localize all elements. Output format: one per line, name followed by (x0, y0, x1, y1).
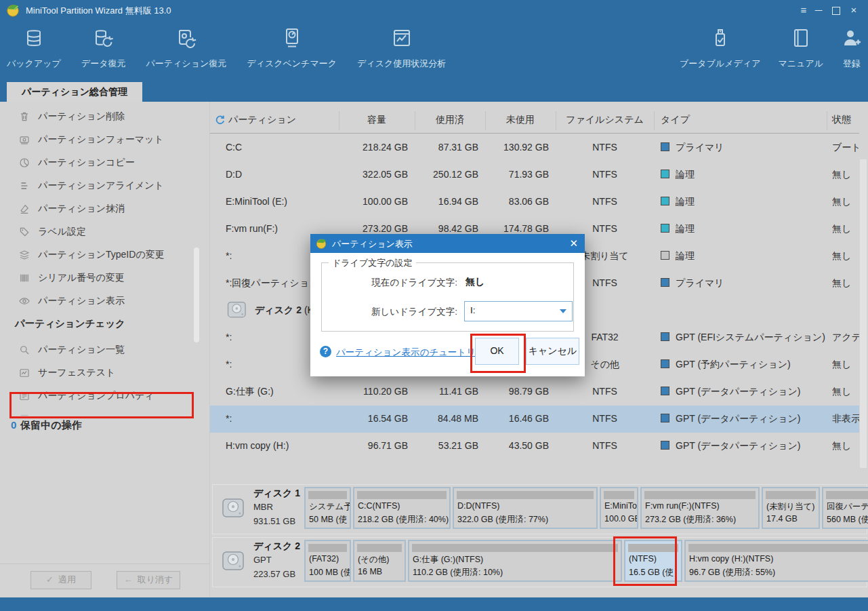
cell-type: GPT (データパーティション) (661, 440, 830, 452)
toolbar-item-label: 登録 (843, 58, 861, 70)
toolbar-item-data-recovery[interactable]: データ復元 (81, 27, 126, 70)
toolbar-item-partition-recovery[interactable]: パーティション復元 (146, 27, 226, 70)
drive-letter-select[interactable]: I: (464, 301, 573, 321)
cell-type: 論理 (661, 169, 830, 181)
table-row[interactable]: G:仕事 (G:)110.20 GB11.41 GB98.79 GBNTFSGP… (210, 378, 859, 406)
table-scrollbar[interactable] (860, 159, 867, 468)
col-header-status[interactable]: 状態 (832, 114, 851, 126)
partition-block[interactable]: D:D(NTFS)322.0 GB (使用済: 77%) (453, 487, 598, 529)
sidebar-item[interactable]: パーティションアライメント (0, 174, 195, 197)
col-header-capacity[interactable]: 容量 (339, 114, 415, 126)
undo-button[interactable]: ←取り消す (117, 571, 180, 589)
sidebar-item-label: パーティション削除 (38, 111, 125, 123)
cell-status: アクティブ (832, 332, 859, 344)
cell-unused: 83.06 GB (485, 196, 549, 207)
partition-block[interactable]: システム予約50 MB (使 (304, 487, 351, 529)
cell-status: 無し (832, 440, 859, 452)
partition-block[interactable]: (FAT32)100 MB (使 (304, 540, 351, 582)
pending-operations-label: 0保留中の操作 (11, 419, 82, 432)
table-row[interactable]: *:16.54 GB84.48 MB16.46 GBNTFSGPT (データパー… (210, 406, 859, 433)
type-color-square (661, 251, 669, 260)
tab-partition-management[interactable]: パーティション総合管理 (7, 82, 142, 102)
cell-type: GPT (EFIシステムパーティション) (661, 332, 830, 344)
partition-block-name: C:C(NTFS) (358, 501, 400, 511)
partition-block[interactable]: 回復パーティション560 MB (使 (822, 487, 868, 529)
help-icon[interactable]: ? (320, 346, 331, 357)
table-row[interactable]: H:vm copy (H:)96.71 GB53.21 GB43.50 GBNT… (210, 433, 859, 460)
register-icon (841, 27, 863, 52)
current-letter-value: 無し (466, 276, 484, 288)
partition-block-info: 50 MB (使 (309, 514, 347, 526)
sidebar-item[interactable]: パーティションTypeIDの変更 (0, 243, 195, 267)
disk-label: ディスク 2GPT223.57 GB (215, 539, 304, 584)
cell-filesystem: NTFS (556, 223, 654, 234)
sidebar-item-label: パーティションコピー (38, 157, 135, 169)
toolbar-item-space-analyzer[interactable]: ディスク使用状況分析 (357, 27, 446, 70)
type-color-square (661, 414, 669, 422)
type-color-square (661, 170, 669, 178)
table-row[interactable]: C:C218.24 GB87.31 GB130.92 GBNTFSプライマリブー… (210, 134, 859, 161)
sidebar-item[interactable]: パーティション削除 (0, 105, 195, 128)
sidebar-item[interactable]: パーティション一覧 (0, 338, 195, 361)
cell-filesystem: NTFS (556, 196, 654, 207)
col-header-partition[interactable]: パーティション (228, 114, 296, 126)
sidebar-item[interactable]: シリアル番号の変更 (0, 267, 195, 290)
partition-block[interactable]: (その他)16 MB (353, 540, 406, 582)
eye-icon (18, 295, 30, 307)
col-header-used[interactable]: 使用済 (415, 114, 485, 126)
cell-status: 無し (832, 223, 859, 235)
cell-capacity: 96.71 GB (339, 440, 408, 451)
partition-block[interactable]: C:C(NTFS)218.2 GB (使用済: 40%) (353, 487, 451, 529)
group-title: ドライブ文字の設定 (329, 257, 416, 269)
sidebar-item[interactable]: パーティション表示 (0, 290, 195, 313)
cell-capacity: 322.05 GB (339, 169, 408, 180)
cell-unused: 43.50 GB (485, 440, 549, 451)
cell-used: 53.21 GB (415, 440, 478, 451)
toolbar-item-disk-benchmark[interactable]: ディスクベンチマーク (247, 27, 337, 70)
bootable-media-icon (709, 27, 731, 52)
dialog-close-icon[interactable]: ✕ (569, 237, 578, 250)
sidebar-item[interactable]: パーティション抹消 (0, 197, 195, 220)
diskmap-disk2: ディスク 2GPT223.57 GB(FAT32)100 MB (使(その他)1… (212, 537, 867, 587)
disk-drive-icon (226, 300, 249, 321)
cancel-button[interactable]: キャンセル (526, 338, 579, 365)
backup-icon (23, 27, 45, 52)
usage-bar (308, 544, 347, 552)
col-header-type[interactable]: タイプ (661, 114, 690, 126)
annotation-box-show-partition (9, 392, 194, 418)
cell-capacity: 218.24 GB (339, 142, 408, 153)
cell-status: 無し (832, 169, 859, 181)
cell-type: プライマリ (661, 277, 830, 290)
col-header-filesystem[interactable]: ファイルシステム (556, 114, 654, 126)
space-analyzer-icon (391, 27, 413, 52)
cell-used: 84.48 MB (415, 413, 478, 424)
partition-block-info: 100 MB (使 (309, 567, 351, 578)
usage-bar (766, 491, 816, 499)
partition-block[interactable]: (未割り当て)17.4 GB (762, 487, 820, 529)
toolbar-item-bootable-media[interactable]: ブータブルメディア (680, 27, 760, 70)
close-icon[interactable]: × (842, 0, 865, 20)
partition-block[interactable]: G:仕事 (G:)(NTFS)110.2 GB (使用済: 10%) (408, 540, 622, 582)
sidebar-item[interactable]: パーティションコピー (0, 151, 195, 174)
refresh-icon[interactable] (215, 115, 226, 125)
sidebar-item[interactable]: パーティションフォーマット (0, 128, 195, 151)
cell-used: 16.94 GB (415, 196, 478, 207)
toolbar-item-backup[interactable]: バックアップ (7, 27, 61, 70)
cell-status: 無し (832, 250, 859, 262)
sidebar-item[interactable]: サーフェステスト (0, 361, 195, 385)
apply-button[interactable]: ✓適用 (30, 571, 91, 589)
table-row[interactable]: D:D322.05 GB250.12 GB71.93 GBNTFS論理無し (210, 161, 859, 189)
col-header-unused[interactable]: 未使用 (485, 114, 556, 126)
format-drive-icon (18, 134, 30, 146)
partition-block[interactable]: H:vm copy (H:)(NTFS)96.7 GB (使用済: 55%) (684, 540, 868, 582)
toolbar-item-manual[interactable]: マニュアル (778, 27, 823, 70)
cell-partition: C:C (226, 142, 242, 153)
toolbar-item-register[interactable]: 登録 (841, 27, 863, 70)
sidebar-item[interactable]: ラベル設定 (0, 220, 195, 243)
partition-block[interactable]: E:MiniTool (E:)100.0 GB (600, 487, 638, 529)
layers-icon (18, 249, 30, 261)
type-color-square (661, 278, 669, 287)
wipe-icon (18, 203, 30, 215)
table-row[interactable]: E:MiniTool (E:)100.00 GB16.94 GB83.06 GB… (210, 189, 859, 216)
partition-block[interactable]: F:vm run(F:)(NTFS)273.2 GB (使用済: 36%) (640, 487, 760, 529)
